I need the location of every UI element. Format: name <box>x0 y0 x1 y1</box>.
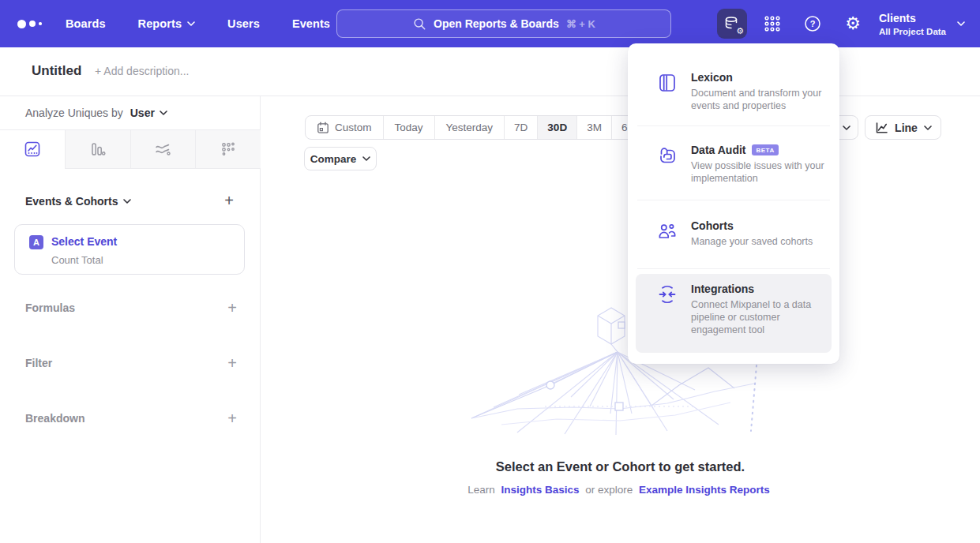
project-selector[interactable]: Clients All Project Data <box>879 0 965 47</box>
search-icon <box>412 17 426 31</box>
add-filter-button[interactable]: + <box>224 354 240 373</box>
event-metric-dropdown[interactable]: Count Total <box>51 254 103 266</box>
beta-badge: BETA <box>752 144 778 155</box>
search-input[interactable]: Open Reports & Boards ⌘ + K <box>336 9 671 38</box>
date-range-30d[interactable]: 30D <box>538 116 577 139</box>
calendar-icon <box>317 122 329 134</box>
menu-item-title: Integrations <box>691 283 754 295</box>
chart-type-tabs <box>0 129 261 169</box>
metrics-icon <box>220 140 237 158</box>
menu-item-integrations[interactable]: Integrations Connect Mixpanel to a data … <box>636 274 832 353</box>
empty-state-links: Learn Insights Basics or explore Example… <box>261 484 980 496</box>
add-formula-button[interactable]: + <box>224 299 240 317</box>
nav-label: Boards <box>66 17 106 30</box>
grid-dots-icon <box>763 14 782 33</box>
data-management-button[interactable]: ⚙ <box>717 9 747 39</box>
formulas-section: Formulas + <box>25 298 240 317</box>
settings-button[interactable]: ⚙ <box>838 9 868 39</box>
add-description[interactable]: + Add description... <box>95 65 189 77</box>
learn-prefix: Learn <box>467 484 495 496</box>
data-management-menu: Lexicon Document and transform your even… <box>628 43 839 364</box>
report-canvas: Custom Today Yesterday 7D 30D 3M 6M Line… <box>261 96 980 543</box>
date-range-label: 30D <box>547 122 567 133</box>
mixpanel-logo[interactable] <box>17 0 42 47</box>
compare-label: Compare <box>310 153 357 165</box>
menu-item-description: Document and transform your events and p… <box>691 87 832 112</box>
date-range-control: Custom Today Yesterday 7D 30D 3M 6M <box>305 115 647 140</box>
nav-boards[interactable]: Boards <box>66 17 106 30</box>
chart-type-dropdown[interactable]: Line <box>865 115 941 140</box>
event-series-badge: A <box>29 235 43 249</box>
chevron-down-icon <box>957 21 965 26</box>
nav-label: Users <box>227 17 260 30</box>
menu-divider <box>637 125 830 126</box>
help-button[interactable]: ? <box>798 9 828 39</box>
compare-button[interactable]: Compare <box>304 147 377 170</box>
events-cohorts-label: Events & Cohorts <box>25 195 118 208</box>
date-range-label: 7D <box>514 122 528 133</box>
chevron-down-icon <box>843 125 850 130</box>
nav-label: Events <box>292 17 330 30</box>
date-range-label: Today <box>395 122 423 133</box>
tab-bar-chart[interactable] <box>66 130 131 168</box>
menu-item-data-audit[interactable]: Data Audit BETA View possible issues wit… <box>636 141 832 185</box>
question-mark-glyph: ? <box>810 19 816 28</box>
add-breakdown-button[interactable]: + <box>224 410 240 428</box>
date-range-3m[interactable]: 3M <box>577 116 612 139</box>
org-name: Clients <box>879 12 946 24</box>
menu-item-description: Manage your saved cohorts <box>691 235 849 248</box>
menu-item-description: Connect Mixpanel to a data pipeline or c… <box>691 298 833 336</box>
formulas-label: Formulas <box>25 301 75 314</box>
lexicon-icon <box>657 73 678 93</box>
nav-events[interactable]: Events <box>292 17 330 30</box>
date-range-7d[interactable]: 7D <box>505 116 538 139</box>
menu-item-lexicon[interactable]: Lexicon Document and transform your even… <box>636 69 832 112</box>
select-event-button[interactable]: Select Event <box>51 235 117 248</box>
analyze-entity-value: User <box>130 107 155 119</box>
logo-dot <box>29 21 36 27</box>
nav-reports[interactable]: Reports <box>138 17 196 30</box>
date-range-custom[interactable]: Custom <box>306 116 384 139</box>
menu-item-cohorts[interactable]: Cohorts Manage your saved cohorts <box>636 217 832 248</box>
filter-section: Filter + <box>25 354 240 373</box>
project-name: All Project Data <box>879 27 946 36</box>
breakdown-label: Breakdown <box>25 412 84 425</box>
search-placeholder: Open Reports & Boards <box>434 17 559 30</box>
nav-label: Reports <box>138 17 182 30</box>
analyze-row: Analyze Uniques by User <box>25 107 167 119</box>
insights-basics-link[interactable]: Insights Basics <box>501 484 579 496</box>
example-reports-link[interactable]: Example Insights Reports <box>639 484 770 496</box>
report-title[interactable]: Untitled <box>32 63 81 79</box>
gear-icon: ⚙ <box>736 27 744 36</box>
menu-item-title: Data Audit <box>691 144 745 156</box>
apps-grid-button[interactable] <box>757 9 787 39</box>
chevron-down-icon <box>924 125 932 130</box>
line-chart-icon <box>24 140 41 158</box>
nav-users[interactable]: Users <box>227 17 260 30</box>
events-cohorts-header[interactable]: Events & Cohorts <box>25 195 131 208</box>
menu-divider <box>637 200 830 200</box>
app-root: Boards Reports Users Events Open Reports… <box>0 0 980 543</box>
menu-item-title: Lexicon <box>691 71 733 84</box>
date-range-yesterday[interactable]: Yesterday <box>435 116 505 139</box>
integrations-icon <box>657 284 678 305</box>
menu-item-title: Cohorts <box>691 219 734 232</box>
breakdown-section: Breakdown + <box>25 409 240 428</box>
nav-icon-group: ⚙ ? ⚙ <box>717 0 868 47</box>
cohorts-icon <box>657 221 678 242</box>
date-range-label: Yesterday <box>446 122 494 133</box>
add-event-button[interactable]: + <box>218 189 240 212</box>
date-range-today[interactable]: Today <box>384 116 435 139</box>
tab-insights-line[interactable] <box>0 130 66 168</box>
tab-metrics-grid[interactable] <box>196 130 261 168</box>
event-card[interactable]: A Select Event Count Total <box>14 224 245 275</box>
analyze-entity-dropdown[interactable]: User <box>130 107 167 119</box>
menu-item-description: View possible issues with your implement… <box>691 159 846 185</box>
logo-dot <box>39 22 42 25</box>
tab-flow-chart[interactable] <box>131 130 197 168</box>
primary-nav: Boards Reports Users Events <box>66 0 330 47</box>
search-shortcut: ⌘ + K <box>566 18 595 30</box>
data-audit-icon <box>657 145 678 166</box>
gear-icon: ⚙ <box>845 15 861 32</box>
flow-icon <box>154 140 171 158</box>
